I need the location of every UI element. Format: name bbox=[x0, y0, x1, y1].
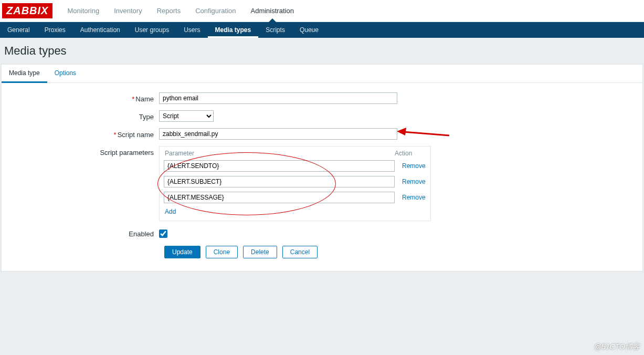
enabled-checkbox[interactable] bbox=[159, 229, 167, 238]
content: Media type Options *Name Type Script *Sc… bbox=[1, 64, 643, 272]
param-input-2[interactable] bbox=[164, 192, 395, 203]
script-parameters-box: Parameter Action Remove Remove Remove bbox=[159, 146, 431, 221]
subnav-scripts[interactable]: Scripts bbox=[258, 22, 292, 38]
page-header: Media types bbox=[0, 38, 644, 64]
topbar: ZABBIX Monitoring Inventory Reports Conf… bbox=[0, 0, 644, 22]
topnav-configuration[interactable]: Configuration bbox=[188, 0, 243, 22]
tab-media-type[interactable]: Media type bbox=[2, 65, 47, 83]
label-type: Type bbox=[7, 110, 159, 121]
topnav: Monitoring Inventory Reports Configurati… bbox=[60, 0, 301, 22]
name-input[interactable] bbox=[159, 92, 397, 104]
tab-options[interactable]: Options bbox=[47, 65, 83, 82]
params-header-action: Action bbox=[395, 150, 426, 157]
subnav-proxies[interactable]: Proxies bbox=[37, 22, 73, 38]
update-button[interactable]: Update bbox=[164, 246, 200, 258]
cancel-button[interactable]: Cancel bbox=[282, 246, 318, 258]
subnav-general[interactable]: General bbox=[0, 22, 37, 38]
subnav-users[interactable]: Users bbox=[176, 22, 207, 38]
params-header-parameter: Parameter bbox=[165, 150, 395, 157]
param-row: Remove bbox=[164, 176, 426, 187]
label-script-name: *Script name bbox=[7, 128, 159, 139]
add-link[interactable]: Add bbox=[165, 208, 176, 215]
delete-button[interactable]: Delete bbox=[243, 246, 277, 258]
topnav-administration[interactable]: Administration bbox=[244, 0, 301, 22]
type-select[interactable]: Script bbox=[159, 110, 214, 122]
label-name: *Name bbox=[7, 92, 159, 103]
topnav-inventory[interactable]: Inventory bbox=[107, 0, 149, 22]
remove-link-0[interactable]: Remove bbox=[402, 162, 426, 170]
topnav-monitoring[interactable]: Monitoring bbox=[60, 0, 107, 22]
param-input-1[interactable] bbox=[164, 176, 395, 187]
topnav-reports[interactable]: Reports bbox=[150, 0, 188, 22]
param-row: Remove bbox=[164, 192, 426, 203]
button-row: Update Clone Delete Cancel bbox=[164, 246, 637, 258]
form: *Name Type Script *Script name Script pa… bbox=[2, 83, 642, 271]
script-name-input[interactable] bbox=[159, 128, 397, 140]
param-row: Remove bbox=[164, 160, 426, 172]
clone-button[interactable]: Clone bbox=[206, 246, 238, 258]
subnav-user-groups[interactable]: User groups bbox=[128, 22, 176, 38]
subnav-media-types[interactable]: Media types bbox=[208, 22, 259, 38]
logo: ZABBIX bbox=[2, 3, 52, 18]
tabs: Media type Options bbox=[2, 65, 642, 83]
label-script-parameters: Script parameters bbox=[7, 146, 159, 156]
label-enabled: Enabled bbox=[7, 227, 159, 238]
remove-link-1[interactable]: Remove bbox=[402, 178, 426, 185]
page-title: Media types bbox=[4, 44, 640, 58]
subnav-queue[interactable]: Queue bbox=[292, 22, 326, 38]
subnav: General Proxies Authentication User grou… bbox=[0, 22, 644, 38]
remove-link-2[interactable]: Remove bbox=[402, 194, 426, 201]
subnav-authentication[interactable]: Authentication bbox=[73, 22, 128, 38]
param-input-0[interactable] bbox=[164, 160, 395, 172]
